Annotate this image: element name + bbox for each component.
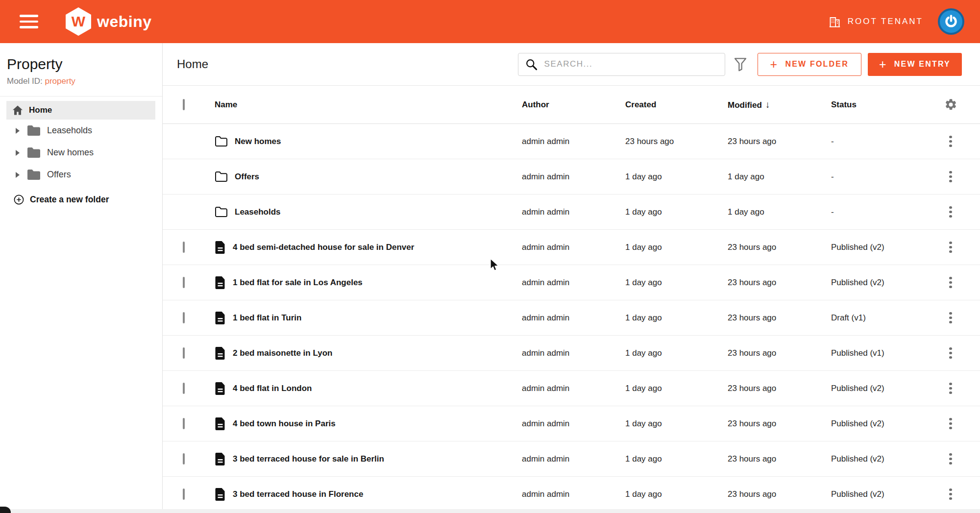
- row-created: 1 day ago: [625, 348, 728, 358]
- table-row[interactable]: Leaseholds admin admin 1 day ago 1 day a…: [163, 195, 980, 230]
- new-folder-button[interactable]: + NEW FOLDER: [758, 53, 861, 76]
- table-row[interactable]: 1 bed flat in Turin admin admin 1 day ag…: [163, 300, 980, 336]
- table-row[interactable]: New homes admin admin 23 hours ago 23 ho…: [163, 124, 980, 159]
- sidebar-folder-new-homes[interactable]: New homes: [0, 142, 162, 164]
- row-menu-kebab-icon[interactable]: [946, 168, 955, 186]
- row-menu-kebab-icon[interactable]: [946, 415, 955, 433]
- row-modified: 1 day ago: [728, 172, 831, 182]
- webiny-logo[interactable]: W webiny: [66, 7, 151, 36]
- document-icon: [215, 382, 226, 395]
- gear-icon[interactable]: [944, 98, 957, 111]
- row-author: admin admin: [522, 137, 625, 147]
- table-row[interactable]: 1 bed flat for sale in Los Angeles admin…: [163, 265, 980, 300]
- new-entry-button[interactable]: + NEW ENTRY: [868, 53, 962, 76]
- row-menu-kebab-icon[interactable]: [946, 203, 955, 221]
- gravatar-power-icon: [944, 14, 958, 29]
- row-created: 1 day ago: [625, 384, 728, 393]
- row-status: Published (v2): [831, 278, 921, 288]
- chevron-right-icon[interactable]: [15, 149, 21, 156]
- row-name[interactable]: 1 bed flat for sale in Los Angeles: [233, 278, 363, 288]
- row-checkbox[interactable]: [183, 383, 185, 394]
- search-input[interactable]: [544, 59, 718, 69]
- row-status: Published (v2): [831, 384, 921, 393]
- sidebar-item-home[interactable]: Home: [6, 101, 155, 120]
- row-name[interactable]: Leaseholds: [235, 207, 281, 217]
- column-header-author[interactable]: Author: [522, 100, 625, 110]
- row-checkbox[interactable]: [183, 242, 185, 253]
- sidebar-folder-label: Leaseholds: [47, 125, 92, 136]
- row-checkbox[interactable]: [183, 489, 185, 500]
- row-author: admin admin: [522, 207, 625, 217]
- column-header-name[interactable]: Name: [215, 100, 522, 110]
- row-checkbox[interactable]: [183, 418, 185, 429]
- folder-icon: [26, 124, 41, 137]
- row-name[interactable]: 4 bed flat in London: [233, 384, 312, 393]
- table-row[interactable]: 4 bed flat in London admin admin 1 day a…: [163, 371, 980, 406]
- row-name[interactable]: 1 bed flat in Turin: [233, 313, 301, 323]
- filter-icon[interactable]: [734, 57, 747, 72]
- row-author: admin admin: [522, 278, 625, 288]
- row-name[interactable]: 4 bed semi-detached house for sale in De…: [233, 243, 414, 252]
- bottom-strip: [0, 509, 980, 513]
- column-header-status[interactable]: Status: [831, 100, 921, 110]
- table-row[interactable]: 4 bed semi-detached house for sale in De…: [163, 230, 980, 265]
- row-menu-kebab-icon[interactable]: [946, 450, 955, 468]
- row-menu-kebab-icon[interactable]: [946, 133, 955, 150]
- row-status: Published (v2): [831, 454, 921, 464]
- table-row[interactable]: 2 bed maisonette in Lyon admin admin 1 d…: [163, 336, 980, 371]
- chevron-right-icon[interactable]: [15, 127, 21, 134]
- row-status: Published (v2): [831, 419, 921, 429]
- row-name[interactable]: Offers: [235, 172, 259, 182]
- row-author: admin admin: [522, 313, 625, 323]
- sidebar-folder-offers[interactable]: Offers: [0, 164, 162, 186]
- row-name[interactable]: 3 bed terraced house for sale in Berlin: [233, 454, 384, 464]
- row-status: Published (v2): [831, 243, 921, 252]
- row-menu-kebab-icon[interactable]: [946, 486, 955, 503]
- row-checkbox[interactable]: [183, 453, 185, 464]
- column-header-modified[interactable]: Modified↓: [728, 99, 831, 110]
- column-header-created[interactable]: Created: [625, 100, 728, 110]
- sidebar: Property Model ID: property Home: [0, 43, 163, 513]
- model-id-link[interactable]: property: [45, 76, 75, 86]
- table-row[interactable]: 3 bed terraced house for sale in Berlin …: [163, 441, 980, 477]
- user-avatar[interactable]: [938, 8, 964, 35]
- row-name[interactable]: 3 bed terraced house in Florence: [233, 489, 363, 499]
- create-folder-button[interactable]: Create a new folder: [13, 194, 109, 205]
- row-checkbox[interactable]: [183, 347, 185, 359]
- webiny-wordmark: webiny: [97, 13, 151, 31]
- row-status: -: [831, 172, 921, 182]
- folder-icon: [215, 206, 228, 218]
- row-menu-kebab-icon[interactable]: [946, 309, 955, 327]
- page-title: Home: [177, 57, 208, 71]
- create-folder-label: Create a new folder: [30, 195, 109, 205]
- table-row[interactable]: 3 bed terraced house in Florence admin a…: [163, 477, 980, 512]
- content-area: Home + NEW: [163, 43, 980, 513]
- row-menu-kebab-icon[interactable]: [946, 274, 955, 292]
- row-checkbox[interactable]: [183, 312, 185, 323]
- row-created: 1 day ago: [625, 207, 728, 217]
- row-modified: 23 hours ago: [728, 454, 831, 464]
- row-author: admin admin: [522, 454, 625, 464]
- table-header: Name Author Created Modified↓ Status: [163, 86, 980, 124]
- folder-icon: [215, 136, 228, 147]
- row-created: 1 day ago: [625, 419, 728, 429]
- table-row[interactable]: Offers admin admin 1 day ago 1 day ago -: [163, 159, 980, 195]
- row-name[interactable]: 2 bed maisonette in Lyon: [233, 348, 332, 358]
- sidebar-home-label: Home: [29, 105, 52, 115]
- menu-icon[interactable]: [20, 15, 38, 28]
- row-checkbox[interactable]: [183, 277, 185, 288]
- chevron-right-icon[interactable]: [15, 171, 21, 178]
- select-all-checkbox[interactable]: [183, 99, 185, 110]
- row-created: 1 day ago: [625, 172, 728, 182]
- sort-desc-icon: ↓: [765, 99, 770, 110]
- row-name[interactable]: 4 bed town house in Paris: [233, 419, 336, 429]
- row-menu-kebab-icon[interactable]: [946, 380, 955, 397]
- sidebar-folder-leaseholds[interactable]: Leaseholds: [0, 120, 162, 142]
- row-name[interactable]: New homes: [235, 137, 281, 147]
- table-row[interactable]: 4 bed town house in Paris admin admin 1 …: [163, 406, 980, 441]
- top-app-bar: W webiny ROOT TENANT: [0, 0, 980, 43]
- row-menu-kebab-icon[interactable]: [946, 239, 955, 256]
- row-modified: 23 hours ago: [728, 489, 831, 499]
- row-menu-kebab-icon[interactable]: [946, 344, 955, 362]
- tenant-selector[interactable]: ROOT TENANT: [828, 15, 923, 28]
